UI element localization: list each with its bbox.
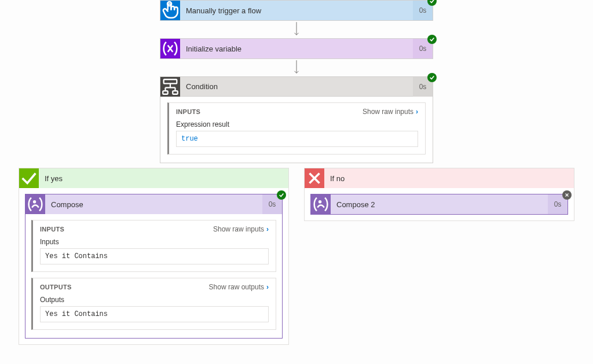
compose-outputs-section: OUTPUTS Show raw outputs › Outputs Yes i… <box>31 278 276 330</box>
condition-inputs-section: INPUTS Show raw inputs › Expression resu… <box>167 102 426 155</box>
inputs-section-title: INPUTS <box>40 226 64 233</box>
init-variable-card[interactable]: Initialize variable 0s <box>160 38 433 59</box>
compose-title: Compose <box>45 200 262 209</box>
compose-outputs-label: Outputs <box>40 296 269 304</box>
chevron-right-icon: › <box>266 283 269 291</box>
expression-result-label: Expression result <box>176 120 418 128</box>
svg-rect-9 <box>173 91 178 94</box>
show-raw-inputs-link[interactable]: Show raw inputs › <box>213 225 269 233</box>
if-yes-title: If yes <box>39 174 288 183</box>
success-badge-icon <box>427 35 437 44</box>
compose-inputs-value: Yes it Contains <box>40 248 269 264</box>
trigger-card[interactable]: Manually trigger a flow 0s <box>160 0 433 21</box>
svg-rect-8 <box>163 91 168 94</box>
outputs-section-title: OUTPUTS <box>40 284 72 291</box>
show-raw-outputs-link[interactable]: Show raw outputs › <box>209 283 269 291</box>
compose-inputs-section: INPUTS Show raw inputs › Inputs Yes it C… <box>31 220 276 272</box>
chevron-right-icon: › <box>266 225 269 233</box>
if-yes-panel: If yes Compose 0s <box>19 168 289 345</box>
compose-inputs-label: Inputs <box>40 238 269 246</box>
trigger-title: Manually trigger a flow <box>180 6 413 15</box>
if-no-header[interactable]: If no <box>305 168 574 188</box>
compose-icon <box>311 194 331 214</box>
compose-2-card[interactable]: Compose 2 0s <box>310 194 568 215</box>
arrow-down-icon <box>292 21 301 38</box>
svg-point-13 <box>319 201 321 203</box>
show-raw-inputs-link[interactable]: Show raw inputs › <box>363 108 418 116</box>
expression-result-value: true <box>176 131 418 147</box>
condition-card[interactable]: Condition 0s INPUTS Show raw inputs › Ex… <box>160 76 433 163</box>
inputs-section-title: INPUTS <box>176 108 200 115</box>
x-icon <box>305 168 324 188</box>
condition-title: Condition <box>180 82 413 91</box>
svg-point-10 <box>34 201 35 203</box>
condition-icon <box>160 77 180 97</box>
if-no-panel: If no Compose 2 0s <box>304 168 574 221</box>
chevron-right-icon: › <box>416 108 418 116</box>
success-badge-icon <box>427 73 437 82</box>
variable-icon <box>160 39 180 58</box>
if-yes-header[interactable]: If yes <box>19 168 288 188</box>
check-icon <box>19 168 39 188</box>
success-badge-icon <box>277 190 286 200</box>
skipped-badge-icon <box>562 190 572 200</box>
touch-icon <box>160 1 180 20</box>
compose-outputs-value: Yes it Contains <box>40 306 269 322</box>
compose-icon <box>25 194 45 214</box>
initvar-title: Initialize variable <box>180 45 413 53</box>
if-no-title: If no <box>324 174 574 183</box>
compose-2-title: Compose 2 <box>331 200 548 209</box>
compose-card[interactable]: Compose 0s INPUTS Show raw inputs <box>25 194 283 339</box>
svg-rect-3 <box>164 79 177 83</box>
success-badge-icon <box>427 0 437 6</box>
arrow-down-icon <box>292 59 301 76</box>
